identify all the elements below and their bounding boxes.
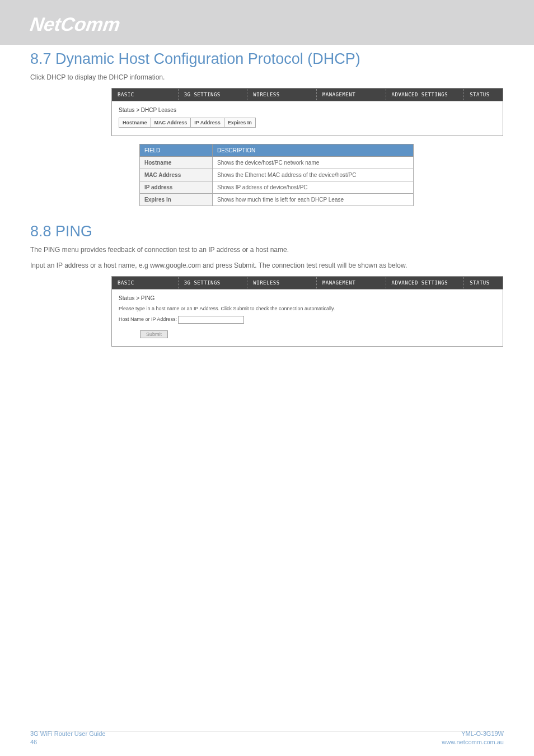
breadcrumb-ping: Status > PING [119,295,496,301]
ping-instruction: Please type in a host name or an IP Addr… [119,306,496,311]
nav-management[interactable]: MANAGEMENT [316,89,386,100]
ping-host-input[interactable] [178,316,244,324]
ping-screenshot: BASIC 3G SETTINGS WIRELESS MANAGEMENT AD… [111,276,503,347]
field-name: Expires In [140,194,213,206]
col-expires: Expires In [224,118,255,128]
ping-panel-body: Status > PING Please type in a host name… [111,290,503,347]
nav-bar-ping: BASIC 3G SETTINGS WIRELESS MANAGEMENT AD… [111,276,503,290]
nav-3g-settings[interactable]: 3G SETTINGS [178,89,247,100]
submit-button[interactable]: Submit [140,330,168,338]
ping-line2: Input an IP address or a host name, e.g … [30,260,504,270]
footer-left: 3G WiFi Router User Guide 46 [30,730,105,746]
ping-input-label: Host Name or IP Address: [119,316,177,322]
nav-advanced[interactable]: ADVANCED SETTINGS [386,89,464,100]
th-desc: DESCRIPTION [213,144,414,157]
dhcp-screenshot: BASIC 3G SETTINGS WIRELESS MANAGEMENT AD… [111,88,503,136]
table-row: Expires In Shows how much time is left f… [140,194,414,206]
field-name: Hostname [140,157,213,169]
field-desc: Shows the Ethernet MAC address of the de… [213,169,414,181]
nav-status[interactable]: STATUS [463,277,503,288]
field-name: MAC Address [140,169,213,181]
nav-wireless[interactable]: WIRELESS [247,277,316,288]
table-row: IP address Shows IP address of device/ho… [140,181,414,194]
heading-8-7: 8.7 Dynamic Host Configuration Protocol … [30,50,504,68]
th-field: FIELD [140,144,213,157]
nav-status[interactable]: STATUS [463,89,503,100]
footer-url: www.netcomm.com.au [442,738,504,746]
nav-bar-dhcp: BASIC 3G SETTINGS WIRELESS MANAGEMENT AD… [111,88,503,101]
footer-right: YML-O-3G19W www.netcomm.com.au [442,730,504,746]
col-hostname: Hostname [119,118,151,128]
field-desc: Shows the device/host/PC network name [213,157,414,169]
heading-8-8: 8.8 PING [30,223,504,240]
field-name: IP address [140,181,213,194]
ping-form-row: Host Name or IP Address: [119,316,496,324]
footer-guide-title: 3G WiFi Router User Guide [30,730,105,738]
ping-line1: The PING menu provides feedback of conne… [30,245,504,255]
col-ip: IP Address [191,118,224,128]
footer-model: YML-O-3G19W [442,730,504,738]
nav-advanced[interactable]: ADVANCED SETTINGS [386,277,464,288]
field-desc-table: FIELD DESCRIPTION Hostname Shows the dev… [139,144,414,206]
nav-basic[interactable]: BASIC [112,277,178,288]
nav-wireless[interactable]: WIRELESS [247,89,316,100]
intro-8-7: Click DHCP to display the DHCP informati… [30,72,504,82]
nav-basic[interactable]: BASIC [112,89,178,100]
table-row: MAC Address Shows the Ethernet MAC addre… [140,169,414,181]
footer-page-number: 46 [30,738,105,746]
breadcrumb-dhcp: Status > DHCP Leases [119,107,496,113]
table-row: Hostname Shows the device/host/PC networ… [140,157,414,169]
netcomm-logo: NetComm [29,13,121,35]
field-desc-table-wrap: FIELD DESCRIPTION Hostname Shows the dev… [139,144,504,206]
field-desc: Shows IP address of device/host/PC [213,181,414,194]
nav-management[interactable]: MANAGEMENT [316,277,386,288]
dhcp-panel-body: Status > DHCP Leases Hostname MAC Addres… [111,101,503,136]
nav-3g-settings[interactable]: 3G SETTINGS [178,277,247,288]
dhcp-leases-table: Hostname MAC Address IP Address Expires … [119,118,256,128]
col-mac: MAC Address [151,118,191,128]
page-content: 8.7 Dynamic Host Configuration Protocol … [30,50,504,354]
field-desc: Shows how much time is left for each DHC… [213,194,414,206]
